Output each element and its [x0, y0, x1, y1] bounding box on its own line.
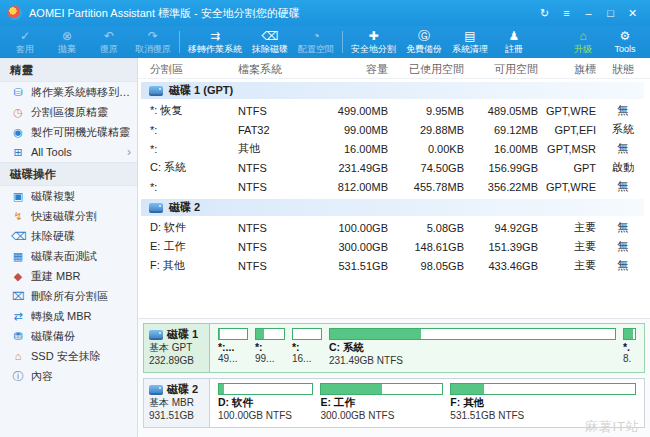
sidebar-item-make-bootable-cd[interactable]: ◉製作可開機光碟精靈	[0, 122, 137, 142]
table-cell: 300.00GB	[318, 241, 392, 253]
toolbar-button-label: 移轉作業系統	[188, 44, 242, 54]
sidebar-item-disk-surface-test[interactable]: ▦磁碟表面測試	[0, 246, 137, 266]
maximize-button[interactable]: □	[601, 4, 620, 22]
minimize-button[interactable]: –	[579, 4, 598, 22]
partition-block[interactable]: D: 软件100.00GB NTFS	[218, 383, 313, 423]
partition-block[interactable]: E: 工作300.00GB NTFS	[320, 383, 443, 423]
menu-button[interactable]: ≡	[557, 4, 576, 22]
toolbar-right: ⌂升级⚙Tools	[562, 29, 646, 55]
disk-type: 基本 MBR	[149, 396, 204, 409]
disk-group-row[interactable]: 磁碟 2	[141, 199, 644, 216]
table-cell: 99.00MB	[318, 124, 392, 136]
toolbar-button-tools[interactable]: ⚙Tools	[604, 29, 646, 55]
toolbar-button-wipe-disk[interactable]: ⌫抹除磁碟	[247, 29, 293, 55]
partition-block[interactable]: *.8.	[623, 328, 636, 368]
table-row[interactable]: *:FAT3299.00MB29.88MB69.12MBGPT,EFI系統	[138, 120, 650, 139]
partition-usage-bar	[218, 383, 313, 395]
column-header: 分割區	[138, 62, 234, 77]
disk-group-row[interactable]: 磁碟 1 (GPT)	[141, 82, 644, 99]
partition-block[interactable]: F: 其他531.51GB NTFS	[450, 383, 636, 423]
toolbar-button-undo[interactable]: ↶復原	[88, 29, 130, 55]
sidebar-item-ssd-secure-erase[interactable]: ⌂SSD 安全抹除	[0, 346, 137, 366]
toolbar-button-label: 取消復原	[135, 44, 171, 54]
table-row[interactable]: *: 恢复NTFS499.00MB9.95MB489.05MBGPT,WRE無	[138, 101, 650, 120]
table-cell: NTFS	[234, 105, 318, 117]
apply-icon: ✓	[20, 30, 30, 43]
disk-name: 磁碟 2	[149, 383, 204, 396]
partition-block[interactable]: *:...49...	[218, 328, 248, 368]
sidebar-item-disk-clone[interactable]: ▣磁碟複製	[0, 186, 137, 206]
partition-name: F: 其他	[450, 396, 636, 410]
sidebar-item-properties[interactable]: ⓘ內容	[0, 366, 137, 386]
toolbar-button-system-cleanup[interactable]: ▤系統清理	[447, 29, 493, 55]
sidebar-item-rebuild-mbr[interactable]: ◆重建 MBR	[0, 266, 137, 286]
sidebar-item-disk-backup[interactable]: ⛃磁碟備份	[0, 326, 137, 346]
sidebar-item-partition-recovery-wizard[interactable]: ◷分割區復原精靈	[0, 102, 137, 122]
disk-icon	[149, 203, 163, 213]
refresh-button[interactable]: ↻	[535, 4, 554, 22]
disk-strip[interactable]: 磁碟 2基本 MBR931.51GBD: 软件100.00GB NTFSE: 工…	[143, 378, 645, 428]
sidebar-item-wipe-hdd[interactable]: ⌫抹除硬碟	[0, 226, 137, 246]
toolbar-button-discard[interactable]: ⊗拋棄	[46, 29, 88, 55]
partition-blocks: *:...49...*:99...*:16...C: 系統231.49GB NT…	[210, 324, 644, 372]
table-cell: 啟動	[600, 160, 646, 175]
close-button[interactable]: ✕	[623, 4, 642, 22]
table-cell: 16.00MB	[468, 143, 542, 155]
partition-size: 16...	[292, 353, 322, 364]
table-cell: *:	[138, 143, 234, 155]
sidebar-item-migrate-os-to-ssd[interactable]: ⛁將作業系統轉移到 SSD 或 HDD	[0, 82, 137, 102]
toolbar-button-upgrade[interactable]: ⌂升级	[562, 29, 604, 55]
toolbar-button-apply[interactable]: ✓套用	[4, 29, 46, 55]
toolbar-button-secure-partition[interactable]: ✚安全地分割	[346, 29, 401, 55]
partition-block[interactable]: *:16...	[292, 328, 322, 368]
table-row[interactable]: C: 系統NTFS231.49GB74.50GB156.99GBGPT啟動	[138, 158, 650, 177]
convert-to-mbr-icon: ⇄	[11, 310, 25, 323]
table-row[interactable]: E: 工作NTFS300.00GB148.61GB151.39GB主要無	[138, 237, 650, 256]
table-row[interactable]: D: 软件NTFS100.00GB5.08GB94.92GB主要無	[138, 218, 650, 237]
disk-info-box[interactable]: 磁碟 1基本 GPT232.89GB	[144, 324, 210, 372]
partition-used-fill	[321, 384, 381, 394]
table-cell: 5.08GB	[392, 222, 468, 234]
toolbar-button-register[interactable]: ♟註冊	[493, 29, 535, 55]
column-header: 旗標	[542, 62, 600, 77]
toolbar-button-label: 配置空間	[298, 44, 334, 54]
partition-usage-bar	[218, 328, 248, 340]
partition-block[interactable]: C: 系統231.49GB NTFS	[329, 328, 616, 368]
partition-block[interactable]: *:99...	[255, 328, 285, 368]
sidebar-item-all-tools[interactable]: ⊞All Tools›	[0, 142, 137, 162]
disk-strip[interactable]: 磁碟 1基本 GPT232.89GB*:...49...*:99...*:16.…	[143, 323, 645, 373]
table-cell: 231.49GB	[318, 162, 392, 174]
table-cell: FAT32	[234, 124, 318, 136]
table-body: 磁碟 1 (GPT)*: 恢复NTFS499.00MB9.95MB489.05M…	[138, 82, 650, 275]
sidebar-item-label: 製作可開機光碟精靈	[31, 125, 130, 140]
table-cell: 9.95MB	[392, 105, 468, 117]
table-row[interactable]: F: 其他NTFS531.51GB98.05GB433.46GB主要無	[138, 256, 650, 275]
sidebar-item-label: 轉換成 MBR	[31, 309, 92, 324]
table-row[interactable]: *:其他16.00MB0.00KB16.00MBGPT,MSR無	[138, 139, 650, 158]
disk-info-box[interactable]: 磁碟 2基本 MBR931.51GB	[144, 379, 210, 427]
partition-usage-bar	[292, 328, 322, 340]
delete-all-partitions-icon: ⌧	[11, 290, 25, 303]
disk-strips: 磁碟 1基本 GPT232.89GB*:...49...*:99...*:16.…	[143, 323, 645, 428]
toolbar-button-label: 安全地分割	[351, 44, 396, 54]
table-row[interactable]: *:NTFS812.00MB455.78MB356.22MBGPT,WRE無	[138, 177, 650, 196]
table-cell: NTFS	[234, 162, 318, 174]
partition-usage-bar	[320, 383, 443, 395]
toolbar-button-label: 拋棄	[58, 44, 76, 54]
toolbar-button-label: 套用	[16, 44, 34, 54]
sidebar-item-delete-all-partitions[interactable]: ⌧刪除所有分割區	[0, 286, 137, 306]
toolbar-button-allocate-space[interactable]: ◔配置空間	[293, 29, 339, 55]
sidebar-item-quick-partition[interactable]: ↯快速磁碟分割	[0, 206, 137, 226]
partition-used-fill	[451, 384, 484, 394]
make-bootable-cd-icon: ◉	[11, 126, 25, 139]
partition-size: 231.49GB NTFS	[329, 355, 616, 366]
table-cell: 499.00MB	[318, 105, 392, 117]
toolbar-button-free-backup[interactable]: Ⓖ免費備份	[401, 29, 447, 55]
table-cell: C: 系統	[138, 160, 234, 175]
sidebar-item-convert-to-mbr[interactable]: ⇄轉換成 MBR	[0, 306, 137, 326]
disk-clone-icon: ▣	[11, 190, 25, 203]
table-cell: *:	[138, 181, 234, 193]
toolbar-button-migrate-os[interactable]: ⇉移轉作業系統	[183, 29, 247, 55]
toolbar-button-redo[interactable]: ↷取消復原	[130, 29, 176, 55]
minimize-icon: –	[585, 7, 591, 19]
